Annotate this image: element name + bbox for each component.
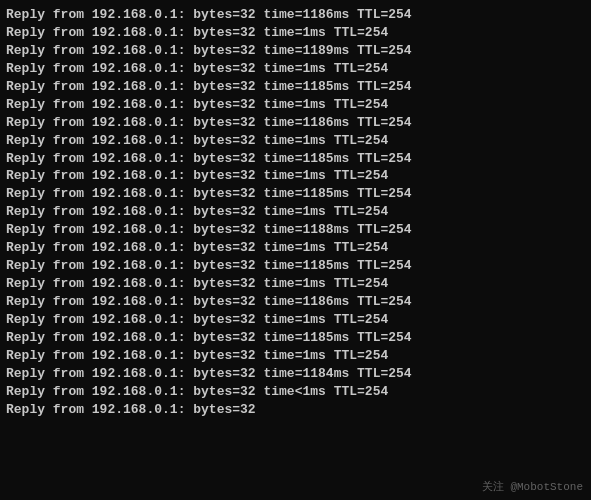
terminal-line: Reply from 192.168.0.1: bytes=32 time=1m… xyxy=(6,311,585,329)
terminal-line: Reply from 192.168.0.1: bytes=32 time=11… xyxy=(6,221,585,239)
terminal-line: Reply from 192.168.0.1: bytes=32 time=11… xyxy=(6,329,585,347)
terminal-line: Reply from 192.168.0.1: bytes=32 time=1m… xyxy=(6,275,585,293)
terminal-line: Reply from 192.168.0.1: bytes=32 time<1m… xyxy=(6,383,585,401)
terminal-line: Reply from 192.168.0.1: bytes=32 time=1m… xyxy=(6,24,585,42)
terminal-window: Reply from 192.168.0.1: bytes=32 time=11… xyxy=(0,0,591,500)
terminal-line: Reply from 192.168.0.1: bytes=32 time=1m… xyxy=(6,239,585,257)
terminal-line: Reply from 192.168.0.1: bytes=32 time=11… xyxy=(6,365,585,383)
terminal-line: Reply from 192.168.0.1: bytes=32 time=1m… xyxy=(6,167,585,185)
terminal-line: Reply from 192.168.0.1: bytes=32 time=11… xyxy=(6,42,585,60)
terminal-line: Reply from 192.168.0.1: bytes=32 time=11… xyxy=(6,78,585,96)
terminal-line: Reply from 192.168.0.1: bytes=32 time=11… xyxy=(6,257,585,275)
terminal-line: Reply from 192.168.0.1: bytes=32 time=1m… xyxy=(6,203,585,221)
terminal-line: Reply from 192.168.0.1: bytes=32 time=1m… xyxy=(6,60,585,78)
terminal-line: Reply from 192.168.0.1: bytes=32 time=11… xyxy=(6,150,585,168)
terminal-line: Reply from 192.168.0.1: bytes=32 time=11… xyxy=(6,185,585,203)
terminal-line: Reply from 192.168.0.1: bytes=32 time=1m… xyxy=(6,132,585,150)
terminal-line: Reply from 192.168.0.1: bytes=32 time=1m… xyxy=(6,96,585,114)
terminal-line: Reply from 192.168.0.1: bytes=32 time=1m… xyxy=(6,347,585,365)
watermark: 关注 @MobotStone xyxy=(482,479,583,494)
terminal-line: Reply from 192.168.0.1: bytes=32 time=11… xyxy=(6,114,585,132)
terminal-line: Reply from 192.168.0.1: bytes=32 time=11… xyxy=(6,293,585,311)
terminal-line: Reply from 192.168.0.1: bytes=32 time=11… xyxy=(6,6,585,24)
terminal-line: Reply from 192.168.0.1: bytes=32 xyxy=(6,401,585,419)
